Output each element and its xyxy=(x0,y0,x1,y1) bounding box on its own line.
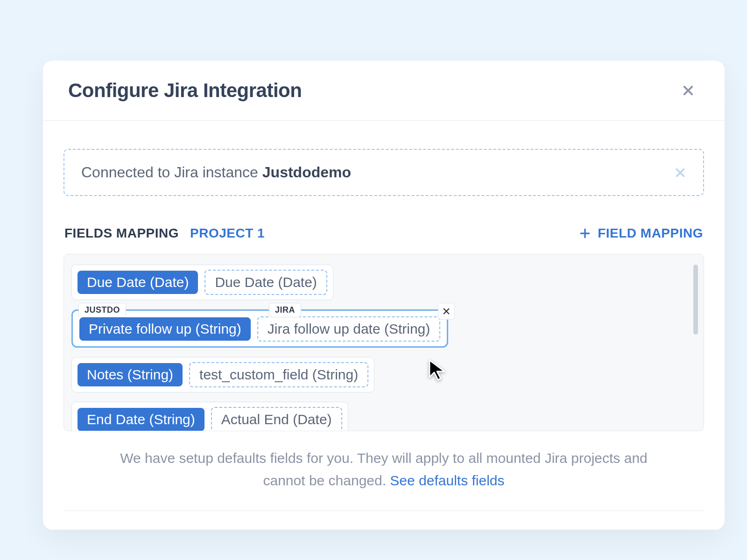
close-button[interactable] xyxy=(677,79,699,102)
justdo-field-pill[interactable]: Private follow up (String) xyxy=(79,317,251,341)
modal-body: Connected to Jira instance Justdodemo FI… xyxy=(43,121,725,530)
jira-field-pill[interactable]: Actual End (Date) xyxy=(211,407,342,431)
mapping-row[interactable]: JUSTDO JIRA Private follow up (String) J… xyxy=(71,309,448,348)
justdo-field-pill[interactable]: Notes (String) xyxy=(78,363,183,386)
add-field-mapping-button[interactable]: FIELD MAPPING xyxy=(579,226,703,241)
modal-title: Configure Jira Integration xyxy=(68,79,302,102)
mapping-list: Due Date (Date) Due Date (Date) JUSTDO J… xyxy=(63,254,704,431)
justdo-field-pill[interactable]: End Date (String) xyxy=(78,408,204,431)
section-label: FIELDS MAPPING xyxy=(64,226,179,241)
jira-column-tag: JIRA xyxy=(269,303,301,317)
justdo-column-tag: JUSTDO xyxy=(78,303,126,317)
jira-field-pill[interactable]: test_custom_field (String) xyxy=(189,362,368,387)
justdo-field-pill[interactable]: Due Date (Date) xyxy=(78,271,198,294)
section-project-tab[interactable]: PROJECT 1 xyxy=(190,226,265,241)
mapping-row[interactable]: Due Date (Date) Due Date (Date) xyxy=(71,265,333,300)
modal-divider xyxy=(63,511,704,511)
see-defaults-link[interactable]: See defaults fields xyxy=(390,473,504,488)
banner-dismiss-button[interactable] xyxy=(674,167,686,179)
plus-icon xyxy=(579,227,591,239)
footer-text: We have setup defaults fields for you. T… xyxy=(120,450,648,488)
configure-jira-modal: Configure Jira Integration Connected to … xyxy=(43,61,725,530)
scrollbar-thumb[interactable] xyxy=(693,265,698,335)
close-icon xyxy=(674,167,686,179)
connection-instance: Justdodemo xyxy=(262,164,351,181)
modal-header: Configure Jira Integration xyxy=(43,61,725,121)
mapping-row[interactable]: End Date (String) Actual End (Date) xyxy=(71,402,348,431)
remove-mapping-button[interactable] xyxy=(438,303,455,320)
connection-text: Connected to Jira instance Justdodemo xyxy=(81,164,351,181)
add-field-mapping-label: FIELD MAPPING xyxy=(598,226,703,241)
close-icon xyxy=(682,84,695,97)
section-header: FIELDS MAPPING PROJECT 1 FIELD MAPPING xyxy=(63,226,704,241)
section-breadcrumb: FIELDS MAPPING PROJECT 1 xyxy=(64,226,265,241)
footer-note: We have setup defaults fields for you. T… xyxy=(63,431,704,497)
jira-field-pill[interactable]: Due Date (Date) xyxy=(204,270,327,295)
mapping-row[interactable]: Notes (String) test_custom_field (String… xyxy=(71,357,374,392)
close-icon xyxy=(442,307,451,315)
jira-field-pill[interactable]: Jira follow up date (String) xyxy=(257,316,441,342)
connection-banner: Connected to Jira instance Justdodemo xyxy=(63,149,704,196)
connection-prefix: Connected to Jira instance xyxy=(81,164,262,181)
